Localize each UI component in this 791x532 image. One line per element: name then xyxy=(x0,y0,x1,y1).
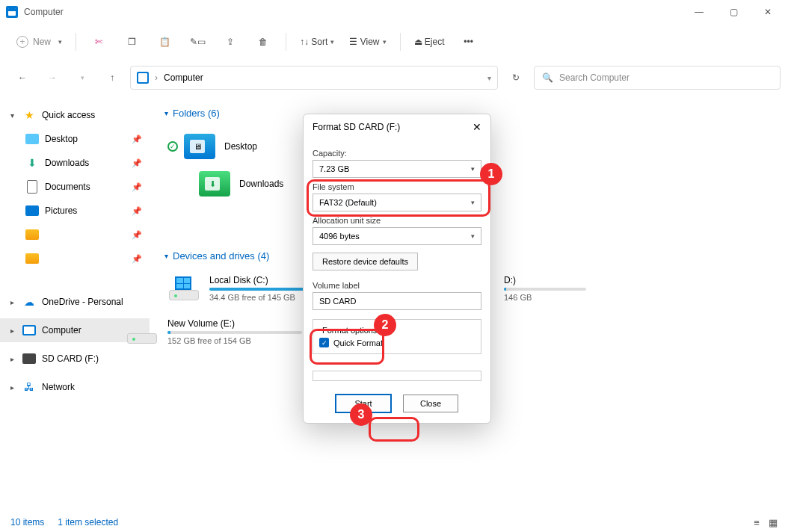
recent-chevron[interactable]: ▾ xyxy=(70,66,94,90)
statusbar: 10 items 1 item selected ≡ ▦ xyxy=(0,513,791,532)
chevron-down-icon: ▾ xyxy=(58,38,62,46)
sidebar-item-pictures[interactable]: Pictures 📌 xyxy=(0,199,150,223)
pin-icon: 📌 xyxy=(132,230,142,240)
sync-ok-icon: ✓ xyxy=(167,141,178,152)
address-bar[interactable]: › Computer ▾ xyxy=(130,66,498,90)
annotation-box-2 xyxy=(310,329,384,365)
document-icon xyxy=(25,180,39,194)
view-button[interactable]: ☰ View ▾ xyxy=(343,29,392,55)
pin-icon: 📌 xyxy=(132,134,142,144)
delete-button[interactable]: 🗑 xyxy=(248,29,278,55)
sidebar-item-blank2[interactable]: 📌 xyxy=(0,247,150,270)
new-button[interactable]: + New ▾ xyxy=(10,29,68,55)
annotation-number-1: 1 xyxy=(480,163,502,185)
share-button[interactable]: ⇪ xyxy=(215,29,245,55)
status-items: 10 items xyxy=(10,517,44,528)
eject-icon: ⏏ xyxy=(414,37,422,47)
sidebar-item-onedrive[interactable]: ▸ ☁ OneDrive - Personal xyxy=(0,290,150,314)
refresh-button[interactable]: ↻ xyxy=(504,66,528,90)
maximize-button[interactable]: ▢ xyxy=(716,0,751,24)
disk-icon xyxy=(22,352,36,365)
sidebar-item-desktop[interactable]: Desktop 📌 xyxy=(0,127,150,151)
pin-icon: 📌 xyxy=(132,254,142,264)
desktop-icon: 🖥 xyxy=(190,140,205,153)
folder-icon xyxy=(25,229,39,240)
nav-row: ← → ▾ ↑ › Computer ▾ ↻ 🔍 Search Computer xyxy=(0,60,791,96)
rename-button[interactable]: ✎▭ xyxy=(182,29,212,55)
format-progress xyxy=(313,371,481,381)
annotation-number-3: 3 xyxy=(350,403,372,426)
pictures-icon xyxy=(25,204,39,217)
plus-icon: + xyxy=(16,36,28,48)
volume-label-input[interactable]: SD CARD xyxy=(313,292,481,310)
allocation-select[interactable]: 4096 bytes▾ xyxy=(313,227,481,245)
forward-button[interactable]: → xyxy=(40,66,64,90)
toolbar: + New ▾ ✄ ❐ 📋 ✎▭ ⇪ 🗑 ↑↓ Sort ▾ ☰ View ▾ … xyxy=(0,24,791,60)
sidebar: ▾ ★ Quick access Desktop 📌 ⬇ Downloads 📌… xyxy=(0,96,150,513)
breadcrumb[interactable]: Computer xyxy=(164,72,203,83)
search-input[interactable]: 🔍 Search Computer xyxy=(534,66,781,90)
view-icon: ☰ xyxy=(349,37,357,47)
close-button[interactable]: ✕ xyxy=(751,0,785,24)
folder-icon xyxy=(25,253,39,264)
allocation-label: Allocation unit size xyxy=(313,216,481,225)
restore-defaults-button[interactable]: Restore device defaults xyxy=(313,253,418,270)
annotation-box-1 xyxy=(307,179,490,217)
close-button[interactable]: Close xyxy=(403,395,458,412)
pc-icon xyxy=(22,324,36,337)
annotation-box-3 xyxy=(369,417,419,442)
drive-d[interactable]: D:) 146 GB xyxy=(501,270,710,314)
more-button[interactable]: ••• xyxy=(454,29,484,55)
search-icon: 🔍 xyxy=(542,72,553,83)
cloud-icon: ☁ xyxy=(22,295,36,309)
sidebar-item-network[interactable]: ▸ 🖧 Network xyxy=(0,375,150,399)
capacity-select[interactable]: 7.23 GB▾ xyxy=(313,160,481,178)
download-icon: ⬇ xyxy=(205,177,220,191)
status-selected: 1 item selected xyxy=(58,517,118,528)
sort-button[interactable]: ↑↓ Sort ▾ xyxy=(294,29,340,55)
cut-button[interactable]: ✄ xyxy=(84,29,114,55)
eject-button[interactable]: ⏏ Eject xyxy=(408,29,451,55)
annotation-number-2: 2 xyxy=(374,314,396,336)
pc-icon xyxy=(137,72,149,84)
copy-button[interactable]: ❐ xyxy=(117,29,147,55)
format-dialog: Format SD CARD (F:) ✕ Capacity: 7.23 GB▾… xyxy=(303,114,491,424)
star-icon: ★ xyxy=(22,108,36,122)
dialog-title: Format SD CARD (F:) xyxy=(313,122,400,132)
dialog-close-button[interactable]: ✕ xyxy=(473,121,481,133)
grid-view-button[interactable]: ▦ xyxy=(766,516,781,529)
up-button[interactable]: ↑ xyxy=(100,66,124,90)
chevron-down-icon[interactable]: ▾ xyxy=(487,74,491,82)
window-title: Computer xyxy=(24,7,64,17)
disk-icon xyxy=(167,275,200,303)
sidebar-quick-access[interactable]: ▾ ★ Quick access xyxy=(0,103,150,127)
pin-icon: 📌 xyxy=(132,182,142,192)
pin-icon: 📌 xyxy=(132,206,142,216)
disk-icon xyxy=(126,318,158,347)
network-icon: 🖧 xyxy=(22,380,36,394)
paste-button[interactable]: 📋 xyxy=(150,29,179,55)
sidebar-item-blank1[interactable]: 📌 xyxy=(0,223,150,247)
back-button[interactable]: ← xyxy=(10,66,34,90)
app-icon xyxy=(6,6,18,18)
pin-icon: 📌 xyxy=(132,158,142,168)
desktop-icon xyxy=(25,132,39,146)
volume-label-label: Volume label xyxy=(313,281,481,290)
sidebar-item-downloads[interactable]: ⬇ Downloads 📌 xyxy=(0,151,150,175)
minimize-button[interactable]: — xyxy=(682,0,716,24)
drive-e[interactable]: New Volume (E:) 152 GB free of 154 GB xyxy=(123,314,332,357)
list-view-button[interactable]: ≡ xyxy=(749,516,764,529)
sort-icon: ↑↓ xyxy=(300,37,309,47)
download-icon: ⬇ xyxy=(25,156,39,170)
capacity-label: Capacity: xyxy=(313,149,481,158)
titlebar: Computer — ▢ ✕ xyxy=(0,0,791,24)
sidebar-item-documents[interactable]: Documents 📌 xyxy=(0,175,150,199)
